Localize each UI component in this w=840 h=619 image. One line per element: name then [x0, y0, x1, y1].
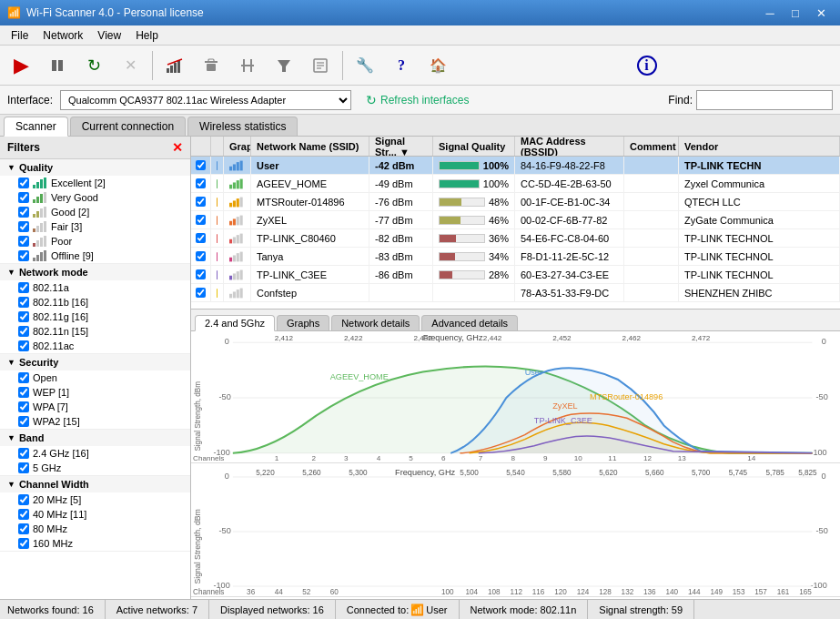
5ghz-checkbox[interactable]	[18, 462, 29, 473]
table-row[interactable]: Confstep 78-A3-51-33-F9-DC SHENZHEN ZHIB…	[191, 284, 840, 302]
row-mac: CC-5D-4E-2B-63-50	[515, 175, 624, 192]
th-vendor[interactable]: Vendor	[679, 137, 840, 156]
stop-button[interactable]: ✕	[113, 48, 147, 83]
networkmode-label: Network mode	[19, 267, 88, 278]
svg-rect-40	[40, 252, 43, 261]
th-mac[interactable]: MAC Address (BSSID)	[515, 137, 624, 156]
wpa2-checkbox[interactable]	[18, 416, 29, 427]
menu-file[interactable]: File	[4, 27, 35, 44]
clear-filters-button[interactable]: ✕	[172, 140, 183, 155]
window-controls: ─ □ ✕	[758, 4, 833, 22]
svg-rect-8	[207, 64, 216, 71]
wep-checkbox[interactable]	[18, 387, 29, 398]
filter-networkmode-header[interactable]: ▼ Network mode	[0, 264, 190, 280]
row-checkbox[interactable]	[191, 157, 211, 174]
find-input[interactable]	[696, 90, 833, 110]
table-row[interactable]: ZyXEL -77 dBm 46% 00-02-CF-6B-77-82 ZyGa…	[191, 211, 840, 229]
th-signal-q[interactable]: Signal Quality	[433, 137, 515, 156]
table-row[interactable]: User -42 dBm 100% 84-16-F9-48-22-F8 TP-L…	[191, 157, 840, 175]
th-checkbox	[191, 137, 211, 156]
detail-tab-network-details[interactable]: Network details	[331, 315, 420, 330]
row-checkbox[interactable]	[191, 284, 211, 301]
filter-button[interactable]	[267, 48, 301, 83]
filter-80211ac: 802.11ac	[0, 339, 190, 353]
clear-button[interactable]	[194, 48, 228, 83]
th-ssid[interactable]: Network Name (SSID)	[251, 137, 369, 156]
maximize-button[interactable]: □	[784, 4, 807, 22]
svg-text:12: 12	[643, 454, 653, 462]
scan-button[interactable]: ▶	[4, 48, 38, 83]
svg-text:132: 132	[622, 587, 634, 596]
row-checkbox[interactable]	[191, 175, 211, 192]
svg-text:2,472: 2,472	[692, 334, 711, 342]
detail-tab-24-5ghz[interactable]: 2.4 and 5Ghz	[195, 315, 275, 331]
open-checkbox[interactable]	[18, 372, 29, 383]
th-signal-str[interactable]: Signal Str... ▼	[369, 137, 433, 156]
table-row[interactable]: Tanya -83 dBm 34% F8-D1-11-2E-5C-12 TP-L…	[191, 248, 840, 266]
table-row[interactable]: MTSRouter-014896 -76 dBm 48% 00-1F-CE-B1…	[191, 193, 840, 211]
svg-text:11: 11	[608, 454, 617, 462]
80mhz-checkbox[interactable]	[18, 523, 29, 534]
info-button[interactable]: i	[637, 56, 657, 76]
poor-checkbox[interactable]	[18, 236, 29, 247]
menu-help[interactable]: Help	[128, 27, 166, 44]
detail-tab-advanced[interactable]: Advanced details	[421, 315, 518, 330]
filter-band-header[interactable]: ▼ Band	[0, 430, 190, 446]
table-row[interactable]: AGEEV_HOME -49 dBm 100% CC-5D-4E-2B-63-5…	[191, 175, 840, 193]
detail-tab-graphs[interactable]: Graphs	[277, 315, 329, 330]
24ghz-checkbox[interactable]	[18, 448, 29, 459]
th-comment[interactable]: Comment	[624, 137, 679, 156]
80211a-checkbox[interactable]	[18, 282, 29, 293]
row-checkbox[interactable]	[191, 248, 211, 265]
offline-checkbox[interactable]	[18, 250, 29, 261]
tab-scanner[interactable]: Scanner	[4, 117, 68, 137]
row-ssid: TP-LINK_C80460	[251, 229, 369, 247]
svg-text:-50: -50	[816, 392, 828, 401]
svg-rect-48	[237, 180, 239, 188]
menu-view[interactable]: View	[90, 27, 128, 44]
filter-quality-header[interactable]: ▼ Quality	[0, 159, 190, 176]
interface-dropdown[interactable]: Qualcomm QCA9377 802.11ac Wireless Adapt…	[60, 90, 351, 110]
signal-bars-button[interactable]	[157, 48, 192, 83]
80211n-checkbox[interactable]	[18, 326, 29, 337]
refresh-button[interactable]: ↻	[76, 48, 111, 83]
close-button[interactable]: ✕	[809, 4, 833, 22]
tab-wireless-statistics[interactable]: Wireless statistics	[187, 117, 298, 136]
row-signal-q: 28%	[433, 266, 515, 283]
row-vendor: TP-LINK TECHNOL	[679, 248, 840, 265]
refresh-interfaces-button[interactable]: ↻ Refresh interfaces	[359, 91, 476, 109]
table-row[interactable]: TP-LINK_C3EE -86 dBm 28% 60-E3-27-34-C3-…	[191, 266, 840, 284]
arrow-button[interactable]	[230, 48, 265, 83]
fair-checkbox[interactable]	[18, 221, 29, 232]
pause-button[interactable]	[40, 48, 75, 83]
wrench-button[interactable]: 🔧	[348, 48, 382, 83]
row-checkbox[interactable]	[191, 229, 211, 247]
filter-security-header[interactable]: ▼ Security	[0, 354, 190, 370]
home-button[interactable]: 🏠	[420, 48, 455, 83]
good-checkbox[interactable]	[18, 207, 29, 218]
svg-rect-49	[240, 178, 243, 188]
svg-text:Channels: Channels	[193, 587, 224, 596]
20mhz-checkbox[interactable]	[18, 494, 29, 505]
filter-channelwidth-header[interactable]: ▼ Channel Width	[0, 476, 190, 492]
band-label: Band	[19, 432, 45, 443]
help-button[interactable]: ?	[384, 48, 419, 83]
verygood-checkbox[interactable]	[18, 192, 29, 203]
excellent-checkbox[interactable]	[18, 178, 29, 188]
wpa-checkbox[interactable]	[18, 401, 29, 412]
80211b-checkbox[interactable]	[18, 297, 29, 308]
svg-rect-60	[237, 235, 239, 243]
row-checkbox[interactable]	[191, 266, 211, 283]
th-graph[interactable]: Graph	[224, 137, 251, 156]
40mhz-checkbox[interactable]	[18, 509, 29, 520]
row-checkbox[interactable]	[191, 211, 211, 228]
table-row[interactable]: TP-LINK_C80460 -82 dBm 36% 54-E6-FC-C8-0…	[191, 229, 840, 248]
export-button[interactable]	[303, 48, 338, 83]
row-checkbox[interactable]	[191, 193, 211, 210]
160mhz-checkbox[interactable]	[18, 538, 29, 549]
minimize-button[interactable]: ─	[758, 4, 782, 22]
80211ac-checkbox[interactable]	[18, 340, 29, 351]
tab-current-connection[interactable]: Current connection	[70, 117, 186, 136]
menu-network[interactable]: Network	[35, 27, 90, 44]
80211g-checkbox[interactable]	[18, 311, 29, 322]
